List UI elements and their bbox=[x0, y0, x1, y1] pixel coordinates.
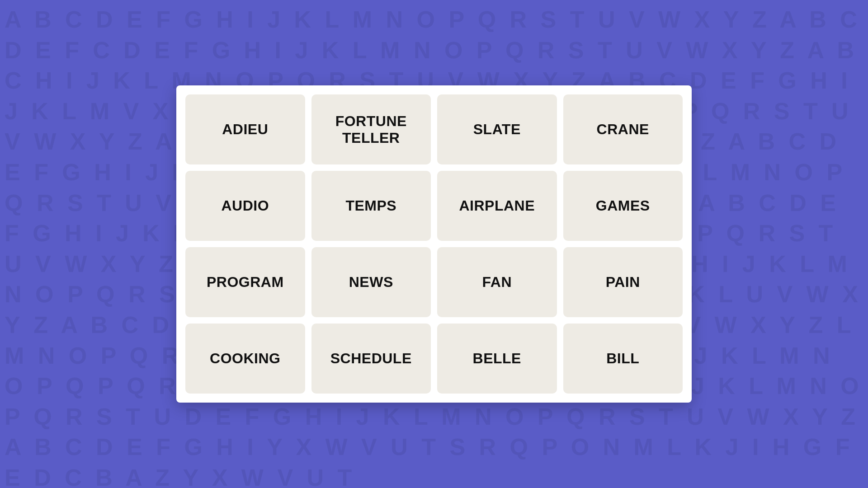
word-grid: ADIEUFORTUNE TELLERSLATECRANEAUDIOTEMPSA… bbox=[185, 94, 683, 394]
tile-label-14: SCHEDULE bbox=[326, 346, 416, 371]
tile-label-5: AUDIO bbox=[217, 193, 274, 219]
tile-11[interactable]: FAN bbox=[437, 247, 557, 317]
tile-15[interactable]: BELLE bbox=[437, 324, 557, 394]
tile-label-6: TEMPS bbox=[341, 193, 401, 219]
tile-12[interactable]: PAIN bbox=[563, 247, 683, 317]
tile-6[interactable]: TEMPS bbox=[311, 171, 431, 241]
tile-3[interactable]: SLATE bbox=[437, 94, 557, 164]
tile-label-4: CRANE bbox=[592, 117, 654, 142]
tile-5[interactable]: AUDIO bbox=[185, 171, 305, 241]
tile-label-16: BILL bbox=[602, 346, 644, 371]
tile-label-10: NEWS bbox=[344, 269, 398, 295]
tile-label-15: BELLE bbox=[468, 346, 526, 371]
tile-14[interactable]: SCHEDULE bbox=[311, 324, 431, 394]
tile-7[interactable]: AIRPLANE bbox=[437, 171, 557, 241]
card-panel: ADIEUFORTUNE TELLERSLATECRANEAUDIOTEMPSA… bbox=[176, 85, 692, 403]
tile-label-9: PROGRAM bbox=[202, 269, 288, 295]
tile-label-3: SLATE bbox=[469, 117, 525, 142]
tile-2[interactable]: FORTUNE TELLER bbox=[311, 94, 431, 164]
tile-1[interactable]: ADIEU bbox=[185, 94, 305, 164]
tile-16[interactable]: BILL bbox=[563, 324, 683, 394]
tile-10[interactable]: NEWS bbox=[311, 247, 431, 317]
tile-9[interactable]: PROGRAM bbox=[185, 247, 305, 317]
tile-label-7: AIRPLANE bbox=[454, 193, 539, 219]
tile-label-8: GAMES bbox=[591, 193, 655, 219]
tile-8[interactable]: GAMES bbox=[563, 171, 683, 241]
tile-13[interactable]: COOKING bbox=[185, 324, 305, 394]
tile-label-13: COOKING bbox=[205, 346, 285, 371]
tile-label-1: ADIEU bbox=[217, 117, 273, 142]
tile-4[interactable]: CRANE bbox=[563, 94, 683, 164]
tile-label-12: PAIN bbox=[601, 269, 645, 295]
tile-label-2: FORTUNE TELLER bbox=[331, 108, 411, 151]
tile-label-11: FAN bbox=[478, 269, 517, 295]
